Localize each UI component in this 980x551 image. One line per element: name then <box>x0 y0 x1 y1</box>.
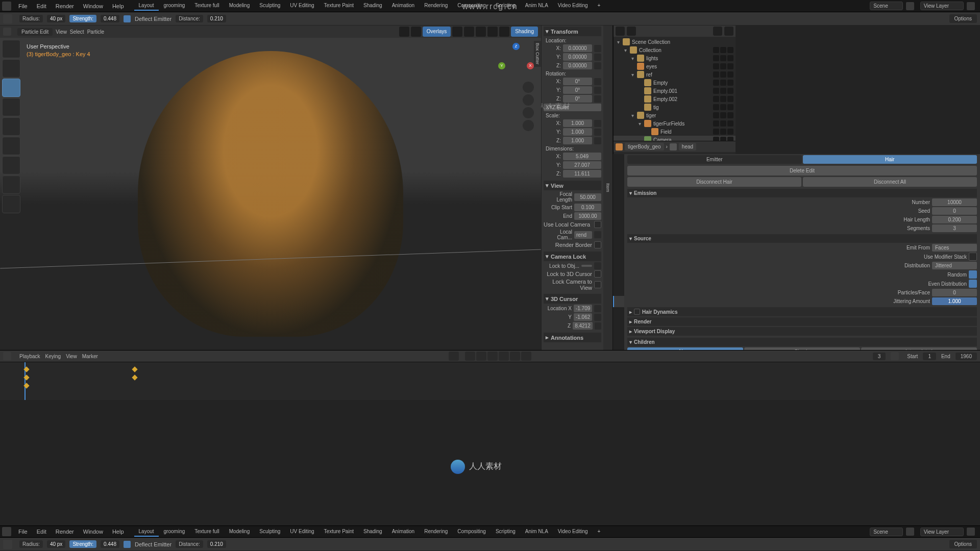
tree-row[interactable]: Camera <box>614 136 736 141</box>
workspace-tab[interactable]: Anim NLA <box>521 527 553 537</box>
menu-edit[interactable]: Edit <box>33 527 51 536</box>
ptab-mesh-icon[interactable] <box>613 272 624 284</box>
ptab-constraints-icon[interactable] <box>613 261 624 272</box>
funnel-icon[interactable] <box>724 27 733 36</box>
children-none[interactable]: None <box>627 347 743 350</box>
options-dropdown[interactable]: Options <box>949 540 977 548</box>
lock-icon[interactable] <box>594 54 601 61</box>
rendered-shading-icon[interactable] <box>499 27 509 37</box>
3d-cursor-header[interactable]: ▾ 3D Cursor <box>544 294 601 304</box>
workspace-tab[interactable]: + <box>593 1 605 11</box>
jump-start-icon[interactable] <box>465 352 475 361</box>
workspace-tab[interactable]: Texture Paint <box>320 527 358 537</box>
current-frame[interactable]: 3 <box>873 353 886 360</box>
even-dist-checkbox[interactable] <box>969 280 977 288</box>
workspace-tab[interactable]: Animation <box>387 1 419 11</box>
lock-obj-field[interactable] <box>581 265 592 267</box>
particles-face-value[interactable]: 0 <box>932 289 977 296</box>
menu-window[interactable]: Window <box>79 2 107 11</box>
workspace-tab[interactable]: Texture full <box>190 1 224 11</box>
mode-selector[interactable]: Particle Edit <box>17 28 53 36</box>
prev-key-icon[interactable] <box>476 352 486 361</box>
viewport-display-header[interactable]: ▸ Viewport Display <box>627 327 977 336</box>
scene-new-icon[interactable] <box>906 528 914 536</box>
overlays-toggle-icon[interactable] <box>411 27 421 37</box>
hair-length-value[interactable]: 0.200 <box>932 216 977 223</box>
play-icon[interactable] <box>499 352 509 361</box>
workspace-tab[interactable]: Video Editing <box>553 1 593 11</box>
lock-icon[interactable] <box>594 78 601 85</box>
reset-icon[interactable] <box>595 322 601 330</box>
menu-help[interactable]: Help <box>108 2 128 11</box>
scale-z[interactable]: 1.000 <box>563 137 592 144</box>
cursor-z[interactable]: 8.4212 <box>573 322 593 330</box>
local-cam-val[interactable]: rend <box>574 231 592 239</box>
tree-row[interactable]: Field <box>614 128 736 136</box>
ptab-object-icon[interactable] <box>613 214 624 225</box>
editor-type-icon[interactable] <box>3 28 11 36</box>
reset-icon[interactable] <box>594 305 601 312</box>
3d-viewport[interactable]: Particle Edit View Select Particle Overl… <box>0 26 541 350</box>
eyedropper-icon[interactable] <box>594 262 601 269</box>
editor-type-icon[interactable] <box>616 27 625 36</box>
lock-icon[interactable] <box>594 95 601 103</box>
number-value[interactable]: 10000 <box>932 198 977 206</box>
scene-new-icon[interactable] <box>906 2 914 10</box>
random-checkbox[interactable] <box>969 270 977 279</box>
lock-icon[interactable] <box>594 120 601 127</box>
ptab-modifier-icon[interactable] <box>613 226 624 237</box>
ptab-particle-icon[interactable] <box>613 237 624 248</box>
keyframe[interactable] <box>132 374 137 380</box>
annotations-header[interactable]: ▸ Annotations <box>544 333 601 342</box>
render-border-checkbox[interactable] <box>594 241 601 248</box>
tree-row[interactable]: Empty.002 <box>614 95 736 103</box>
workspace-tab[interactable]: Anim NLA <box>521 1 553 11</box>
workspace-tab[interactable]: Scripting <box>491 527 520 537</box>
distance-value[interactable]: 0.210 <box>207 15 226 22</box>
wireframe-shading-icon[interactable] <box>464 27 474 37</box>
workspace-tab[interactable]: Rendering <box>420 527 452 537</box>
workspace-tab[interactable]: Texture full <box>190 527 224 537</box>
tab-item[interactable]: Item <box>605 181 610 194</box>
tree-row[interactable]: Empty.001 <box>614 87 736 95</box>
tree-row[interactable]: tig <box>614 103 736 111</box>
workspace-tab[interactable]: Compositing <box>453 527 491 537</box>
matprev-shading-icon[interactable] <box>487 27 498 37</box>
ptab-output-icon[interactable] <box>613 167 624 178</box>
jump-end-icon[interactable] <box>521 352 531 361</box>
start-frame[interactable]: 1 <box>923 353 936 360</box>
source-header[interactable]: ▾ Source <box>627 234 977 243</box>
ptab-viewlayer-icon[interactable] <box>613 179 624 190</box>
tl-keying[interactable]: Keying <box>45 354 61 359</box>
filter-icon[interactable] <box>627 27 636 36</box>
children-interpolated[interactable]: Interpolated <box>861 347 977 350</box>
camera-lock-header[interactable]: ▾ Camera Lock <box>544 252 601 261</box>
emission-header[interactable]: ▾ Emission <box>627 189 977 197</box>
solid-shading-icon[interactable] <box>476 27 486 37</box>
lock-3d-checkbox[interactable] <box>594 270 601 278</box>
ptab-scene-icon[interactable] <box>613 190 624 202</box>
transform-panel-header[interactable]: ▾ Transform <box>544 27 601 36</box>
tree-row[interactable]: ▾ref <box>614 70 736 79</box>
deflect-emitter-checkbox[interactable] <box>124 15 131 22</box>
play-reverse-icon[interactable] <box>487 352 498 361</box>
lock-icon[interactable] <box>594 45 601 52</box>
distance-value[interactable]: 0.210 <box>207 540 226 548</box>
tree-row[interactable]: Empty <box>614 79 736 87</box>
editor-type-icon[interactable] <box>3 352 11 360</box>
mode-emitter[interactable]: Emitter <box>627 155 802 164</box>
disconnect-all-button[interactable]: Disconnect All <box>803 177 977 187</box>
children-simple[interactable]: Simple <box>744 347 860 350</box>
datapath-object[interactable]: tigerBody_geo <box>625 143 664 151</box>
clear-icon[interactable] <box>594 231 601 238</box>
next-key-icon[interactable] <box>510 352 520 361</box>
end-frame[interactable]: 1960 <box>955 353 977 360</box>
menu-render[interactable]: Render <box>52 527 78 536</box>
brush-icon[interactable] <box>3 540 12 549</box>
autokey-icon[interactable] <box>449 352 459 361</box>
brush-icon[interactable] <box>3 14 12 23</box>
menu-file[interactable]: File <box>14 527 32 536</box>
dim-z[interactable]: 11.611 <box>563 170 601 178</box>
tl-playback[interactable]: Playback <box>19 354 40 359</box>
ptab-material-icon[interactable] <box>613 284 624 295</box>
